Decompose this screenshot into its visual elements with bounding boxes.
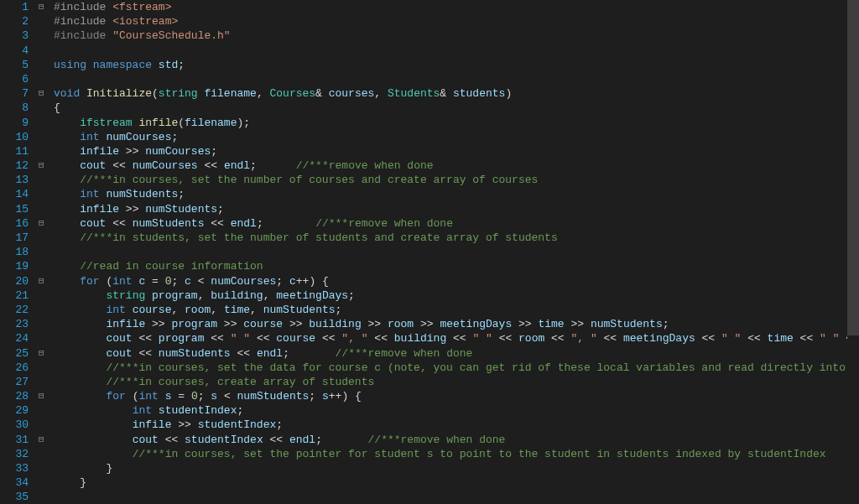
token-var: courses bbox=[329, 87, 375, 100]
fold-marker[interactable]: ⊟ bbox=[37, 86, 54, 101]
token-pun: , bbox=[250, 304, 263, 316]
vertical-scrollbar[interactable] bbox=[847, 0, 859, 504]
token-op: = bbox=[145, 275, 164, 288]
line-number: 22 bbox=[0, 303, 29, 317]
token-var: numStudents bbox=[263, 304, 336, 316]
code-line[interactable]: //***in courses, create array of student… bbox=[54, 375, 859, 389]
code-line[interactable]: for (int s = 0; s < numStudents; s++) { bbox=[54, 389, 859, 403]
token-var: filename bbox=[204, 87, 256, 100]
token-op: << bbox=[250, 332, 276, 345]
code-line[interactable]: using namespace std; bbox=[54, 58, 859, 72]
code-line[interactable]: ifstream infile(filename); bbox=[54, 116, 859, 130]
code-line[interactable]: #include <iostream> bbox=[54, 14, 859, 29]
code-line[interactable]: //***in courses, set the pointer for stu… bbox=[54, 447, 859, 461]
fold-marker bbox=[37, 202, 54, 216]
token-pun: , bbox=[374, 87, 388, 100]
token-op: << bbox=[231, 347, 257, 360]
code-line[interactable]: cout << numCourses << endl; //***remove … bbox=[54, 158, 859, 173]
token-pun bbox=[54, 304, 106, 316]
fold-marker[interactable]: ⊟ bbox=[37, 0, 54, 14]
code-line[interactable]: { bbox=[54, 101, 859, 115]
token-var: time bbox=[538, 318, 564, 330]
fold-marker[interactable]: ⊟ bbox=[37, 216, 54, 231]
token-var: room bbox=[518, 332, 544, 345]
code-line[interactable]: infile >> numCourses; bbox=[54, 144, 859, 158]
token-var: numStudents bbox=[106, 188, 178, 200]
code-line[interactable]: cout << numStudents << endl; //***remove… bbox=[54, 216, 859, 231]
token-var: room bbox=[185, 304, 211, 316]
code-line[interactable]: string program, building, meetingDays; bbox=[54, 288, 859, 303]
fold-marker bbox=[37, 187, 54, 201]
fold-marker[interactable]: ⊟ bbox=[37, 433, 54, 447]
code-line[interactable] bbox=[54, 72, 859, 86]
code-line[interactable]: for (int c = 0; c < numCourses; c++) { bbox=[54, 274, 859, 288]
code-line[interactable]: int studentIndex; bbox=[54, 403, 859, 418]
line-number-gutter: 1234567891011121314151617181920212223242… bbox=[0, 0, 37, 504]
fold-marker bbox=[37, 490, 54, 504]
code-line[interactable]: //read in course information bbox=[54, 259, 859, 273]
token-pun: ; bbox=[309, 390, 322, 403]
code-line[interactable]: //***in courses, set the data for course… bbox=[54, 361, 859, 375]
code-line[interactable]: //***in courses, set the number of cours… bbox=[54, 173, 859, 187]
line-number: 12 bbox=[0, 158, 29, 173]
token-pun bbox=[54, 145, 80, 158]
token-kw: int bbox=[138, 390, 164, 403]
code-line[interactable]: infile >> numStudents; bbox=[54, 202, 859, 216]
token-pun bbox=[54, 347, 106, 360]
code-line[interactable]: } bbox=[54, 461, 859, 475]
fold-marker[interactable]: ⊟ bbox=[37, 389, 54, 403]
token-var: course bbox=[133, 304, 172, 316]
code-editor[interactable]: 1234567891011121314151617181920212223242… bbox=[0, 0, 859, 504]
code-line[interactable]: cout << numStudents << endl; //***remove… bbox=[54, 346, 859, 361]
fold-marker bbox=[37, 130, 54, 144]
code-line[interactable]: infile >> program >> course >> building … bbox=[54, 317, 859, 331]
code-line[interactable]: int numStudents; bbox=[54, 187, 859, 201]
code-line[interactable]: int course, room, time, numStudents; bbox=[54, 303, 859, 317]
code-line[interactable]: //***in students, set the number of stud… bbox=[54, 231, 859, 245]
code-line[interactable] bbox=[54, 490, 859, 504]
token-op: << bbox=[446, 332, 472, 345]
token-type: ifstream bbox=[80, 117, 138, 129]
token-str: <iostream> bbox=[112, 15, 178, 28]
token-var: endl bbox=[224, 159, 250, 172]
code-line[interactable]: int numCourses; bbox=[54, 130, 859, 144]
token-cmt: //***in courses, create array of student… bbox=[106, 376, 374, 388]
line-number: 3 bbox=[0, 29, 29, 43]
code-area[interactable]: #include <fstream>#include <iostream>#in… bbox=[54, 0, 859, 504]
code-line[interactable] bbox=[54, 245, 859, 259]
code-line[interactable]: #include <fstream> bbox=[54, 0, 859, 14]
fold-marker bbox=[37, 116, 54, 130]
token-kw: int bbox=[80, 188, 106, 200]
token-op: = bbox=[171, 390, 190, 403]
code-line[interactable]: #include "CourseSchedule.h" bbox=[54, 29, 859, 43]
code-line[interactable]: infile >> studentIndex; bbox=[54, 418, 859, 432]
code-line[interactable]: void Initialize(string filename, Courses… bbox=[54, 86, 859, 101]
token-var: endl bbox=[289, 434, 315, 446]
token-op: << bbox=[492, 332, 518, 345]
fold-marker[interactable]: ⊟ bbox=[37, 158, 54, 173]
token-pun: , bbox=[257, 87, 270, 100]
code-line[interactable] bbox=[54, 44, 859, 58]
token-var: infile bbox=[133, 418, 172, 431]
token-var: endl bbox=[231, 217, 257, 230]
fold-marker[interactable]: ⊟ bbox=[37, 346, 54, 361]
fold-marker bbox=[37, 375, 54, 389]
token-var: students bbox=[453, 87, 505, 100]
line-number: 27 bbox=[0, 375, 29, 389]
code-line[interactable]: cout << program << " " << course << ", "… bbox=[54, 331, 859, 346]
token-var: numCourses bbox=[211, 275, 276, 288]
token-var: numStudents bbox=[133, 217, 205, 230]
token-kw: for bbox=[80, 275, 106, 288]
fold-marker bbox=[37, 29, 54, 43]
token-pun: ; bbox=[283, 347, 335, 360]
token-var: program bbox=[152, 289, 198, 302]
fold-column[interactable]: ⊟⊟⊟⊟⊟⊟⊟⊟ bbox=[37, 0, 54, 504]
token-op: << bbox=[544, 332, 570, 345]
code-line[interactable]: cout << studentIndex << endl; //***remov… bbox=[54, 433, 859, 447]
scroll-thumb[interactable] bbox=[847, 0, 859, 335]
fold-marker[interactable]: ⊟ bbox=[37, 274, 54, 288]
token-cmt: //***in students, set the number of stud… bbox=[80, 231, 558, 244]
code-line[interactable]: } bbox=[54, 475, 859, 490]
token-var: cout bbox=[106, 332, 132, 345]
token-pun: , bbox=[211, 304, 224, 316]
